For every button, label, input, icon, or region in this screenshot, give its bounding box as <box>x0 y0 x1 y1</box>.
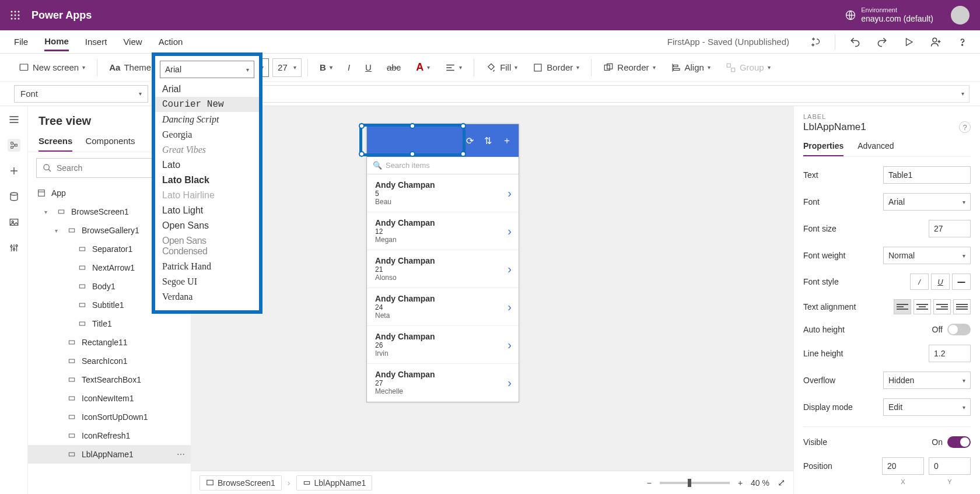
waffle-icon[interactable] <box>6 6 24 24</box>
phone-search[interactable]: 🔍 Search items <box>367 157 519 174</box>
canvas[interactable]: ⟳ ⇅ ＋ 🔍 Search items Andy Champan5Beau›A… <box>191 106 793 494</box>
overflow-input[interactable]: Hidden▾ <box>883 372 971 389</box>
font-option[interactable]: Lato <box>155 157 259 173</box>
tree-item[interactable]: Rectangle11 <box>28 333 191 352</box>
align-center-button[interactable] <box>914 299 931 314</box>
data-icon[interactable] <box>8 190 20 203</box>
font-option[interactable]: Open Sans Condensed <box>155 233 259 259</box>
app-checker-icon[interactable] <box>808 35 822 49</box>
bold-button[interactable]: B▾ <box>314 60 338 75</box>
add-icon[interactable]: ＋ <box>502 135 512 147</box>
font-option[interactable]: Lato Hairline <box>155 188 259 203</box>
tree-view-icon[interactable] <box>8 139 20 152</box>
media-icon[interactable] <box>8 216 20 229</box>
resize-handle[interactable] <box>359 123 365 129</box>
border-button[interactable]: Border ▾ <box>527 60 585 75</box>
property-selector[interactable]: Font ▾ <box>14 85 148 103</box>
refresh-icon[interactable]: ⟳ <box>466 135 474 146</box>
displaymode-input[interactable]: Edit▾ <box>883 398 971 416</box>
expand-icon[interactable]: ⤢ <box>778 477 785 488</box>
font-option[interactable]: Georgia <box>155 127 259 142</box>
align-button[interactable]: Align ▾ <box>665 60 716 75</box>
font-option[interactable]: Lato Light <box>155 203 259 218</box>
insert-icon[interactable] <box>8 164 20 177</box>
list-item[interactable]: Andy Champan26Irvin› <box>367 326 519 364</box>
info-icon[interactable]: ? <box>959 121 971 133</box>
share-icon[interactable] <box>929 35 943 49</box>
menu-file[interactable]: File <box>14 33 28 50</box>
tree-tab-components[interactable]: Components <box>85 136 135 152</box>
font-option[interactable]: Lato Black <box>155 173 259 188</box>
font-option[interactable]: Patrick Hand <box>155 259 259 274</box>
fontsize-input[interactable]: 27 <box>929 220 971 237</box>
chevron-right-icon[interactable]: › <box>508 262 512 276</box>
pos-y-input[interactable]: 0 <box>929 457 971 475</box>
redo-icon[interactable] <box>875 35 889 49</box>
tree-item[interactable]: IconNewItem1 <box>28 389 191 408</box>
font-option[interactable]: Segoe UI <box>155 274 259 289</box>
lineheight-input[interactable]: 1.2 <box>929 345 971 362</box>
menu-view[interactable]: View <box>123 33 142 50</box>
chevron-right-icon[interactable]: › <box>508 225 512 238</box>
more-icon[interactable]: ⋯ <box>177 450 185 459</box>
resize-handle[interactable] <box>410 151 415 157</box>
tree-item[interactable]: TextSearchBox1 <box>28 370 191 389</box>
autoheight-toggle[interactable] <box>947 324 971 335</box>
tree-item[interactable]: IconRefresh1 <box>28 426 191 445</box>
menu-insert[interactable]: Insert <box>85 33 107 50</box>
list-item[interactable]: Andy Champan21Alonso› <box>367 250 519 288</box>
environment-picker[interactable]: Environment enayu.com (default) <box>845 6 933 24</box>
align-left-button[interactable] <box>894 299 911 314</box>
font-option[interactable]: Open Sans <box>155 218 259 233</box>
pos-x-input[interactable]: 20 <box>882 457 924 475</box>
formula-input[interactable]: Font.Arial ▾ <box>195 85 970 103</box>
resize-handle[interactable] <box>359 151 365 157</box>
list-item[interactable]: Andy Champan12Megan› <box>367 212 519 250</box>
visible-toggle[interactable] <box>947 436 971 448</box>
list-item[interactable]: Andy Champan5Beau› <box>367 174 519 212</box>
font-option[interactable]: Courier New <box>155 97 259 112</box>
text-input[interactable]: Table1 <box>883 166 971 184</box>
strikethrough-button[interactable]: abc <box>381 60 407 75</box>
zoom-slider[interactable] <box>660 482 730 484</box>
font-dropdown-input[interactable]: Arial ▾ <box>160 61 254 78</box>
tree-item[interactable]: Title1 <box>28 314 191 333</box>
fontweight-input[interactable]: Normal▾ <box>883 247 971 264</box>
font-option[interactable]: Dancing Script <box>155 112 259 127</box>
chevron-right-icon[interactable]: › <box>508 300 512 314</box>
tree-item[interactable]: SearchIcon1 <box>28 352 191 370</box>
italic-button[interactable]: I <box>342 60 356 75</box>
font-option[interactable]: Verdana <box>155 289 259 304</box>
zoom-out-button[interactable]: − <box>647 478 652 488</box>
breadcrumb-screen[interactable]: BrowseScreen1 <box>200 475 282 491</box>
tree-item[interactable]: LblAppName1⋯ <box>28 445 191 464</box>
menu-action[interactable]: Action <box>159 33 183 50</box>
chevron-right-icon[interactable]: › <box>508 187 512 200</box>
strike-toggle[interactable]: — <box>952 274 971 290</box>
selection-outline[interactable] <box>359 124 466 156</box>
font-input[interactable]: Arial▾ <box>883 193 971 211</box>
resize-handle[interactable] <box>460 123 466 129</box>
resize-handle[interactable] <box>460 151 466 157</box>
breadcrumb-control[interactable]: LblAppName1 <box>296 475 373 491</box>
chevron-right-icon[interactable]: › <box>508 338 512 352</box>
advanced-tools-icon[interactable] <box>8 241 20 254</box>
help-icon[interactable] <box>956 35 970 49</box>
undo-icon[interactable] <box>848 35 862 49</box>
align-right-button[interactable] <box>933 299 951 314</box>
user-avatar[interactable] <box>951 6 970 24</box>
font-dropdown[interactable]: Arial ▾ ArialCourier NewDancing ScriptGe… <box>152 52 262 314</box>
fill-button[interactable]: Fill ▾ <box>480 60 523 75</box>
list-item[interactable]: Andy Champan27Mechelle› <box>367 364 519 402</box>
zoom-in-button[interactable]: + <box>738 478 743 488</box>
font-color-button[interactable]: A▾ <box>410 59 436 76</box>
new-screen-button[interactable]: New screen ▾ <box>13 60 91 75</box>
chevron-right-icon[interactable]: › <box>508 376 512 390</box>
font-option[interactable]: Great Vibes <box>155 142 259 157</box>
reorder-button[interactable]: Reorder ▾ <box>597 60 661 75</box>
align-justify-button[interactable] <box>953 299 971 314</box>
font-option[interactable]: Arial <box>155 82 259 97</box>
italic-toggle[interactable]: / <box>910 274 929 290</box>
text-align-button[interactable]: ▾ <box>439 60 468 75</box>
tree-item[interactable]: IconSortUpDown1 <box>28 408 191 426</box>
